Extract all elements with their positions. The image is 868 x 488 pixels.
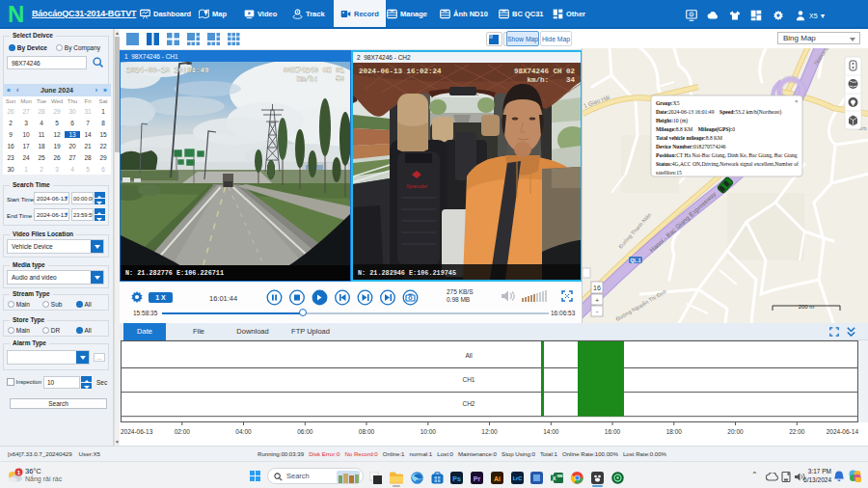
svg-text:Status:4G,ACC ON,Driving,Netwo: Status:4G,ACC ON,Driving,Network signal … xyxy=(656,161,799,167)
svg-text:×: × xyxy=(795,98,799,104)
svg-text:Ai: Ai xyxy=(494,475,501,482)
svg-text:N: 21.282946 E:106.219745: N: 21.282946 E:106.219745 xyxy=(358,269,456,277)
svg-text:10:00: 10:00 xyxy=(420,428,437,435)
svg-text:Height:10 (m): Height:10 (m) xyxy=(656,118,688,124)
svg-text:16:00: 16:00 xyxy=(605,428,621,435)
svg-text:Ps: Ps xyxy=(452,475,461,482)
svg-text:04:00: 04:00 xyxy=(235,428,252,435)
svg-text:98X74246 CH 02: 98X74246 CH 02 xyxy=(514,68,576,75)
svg-text:14:00: 14:00 xyxy=(543,428,559,435)
svg-text:06:00: 06:00 xyxy=(297,428,313,435)
svg-text:Device Number:018270574246: Device Number:018270574246 xyxy=(656,144,726,149)
svg-text:CH2: CH2 xyxy=(462,400,475,407)
svg-text:QL.1: QL.1 xyxy=(630,258,640,263)
svg-text:LrC: LrC xyxy=(513,475,523,481)
svg-text:CH1: CH1 xyxy=(462,376,475,383)
svg-text:2024-06-14: 2024-06-14 xyxy=(827,428,859,435)
svg-text:Mileage:8.8 KM Mileage(GPS): Mileage:8.8 KM Mileage(GPS):0 xyxy=(656,126,735,133)
svg-text:2024-06-13 16:02:24: 2024-06-13 16:02:24 xyxy=(359,68,442,75)
svg-text:08:00: 08:00 xyxy=(359,428,375,435)
svg-text:12:00: 12:00 xyxy=(481,428,498,435)
svg-text:+: + xyxy=(595,296,600,305)
svg-text:200 m: 200 m xyxy=(799,304,815,310)
svg-text:2024-06-13 16:01:49: 2024-06-13 16:01:49 xyxy=(126,67,209,74)
svg-text:X: X xyxy=(553,475,556,481)
svg-text:-: - xyxy=(596,307,599,315)
svg-text:98X74246 CH 01: 98X74246 CH 01 xyxy=(284,67,345,74)
svg-text:Pr: Pr xyxy=(474,475,481,482)
svg-text:02:00: 02:00 xyxy=(175,428,191,435)
svg-text:20:00: 20:00 xyxy=(727,428,744,435)
svg-text:Group:X5: Group:X5 xyxy=(656,100,680,106)
svg-text:Total vehicle mileage:8.8 KM: Total vehicle mileage:8.8 KM xyxy=(656,135,722,141)
svg-text:18:00: 18:00 xyxy=(666,428,683,435)
svg-text:Xpander: Xpander xyxy=(405,183,429,189)
svg-text:N: 21.282776 E:106.226711: N: 21.282776 E:106.226711 xyxy=(125,269,224,277)
svg-text:Position:CT Ha Noi-Bac Giang,: Position:CT Ha Noi-Bac Giang, Dinh Ke, B… xyxy=(656,152,798,158)
svg-text:All: All xyxy=(465,352,473,359)
svg-text:km/h: 34: km/h: 34 xyxy=(527,76,575,84)
svg-text:22:00: 22:00 xyxy=(789,428,805,435)
svg-text:km/h: 53: km/h: 53 xyxy=(296,75,344,83)
svg-text:satellites:15: satellites:15 xyxy=(656,170,682,176)
svg-text:Date:2024-06-13 16:01:49 Sp: Date:2024-06-13 16:01:49 Speed:53.2 km/h… xyxy=(656,109,781,116)
svg-text:16: 16 xyxy=(593,285,601,291)
svg-text:2024-06-13: 2024-06-13 xyxy=(121,428,153,435)
